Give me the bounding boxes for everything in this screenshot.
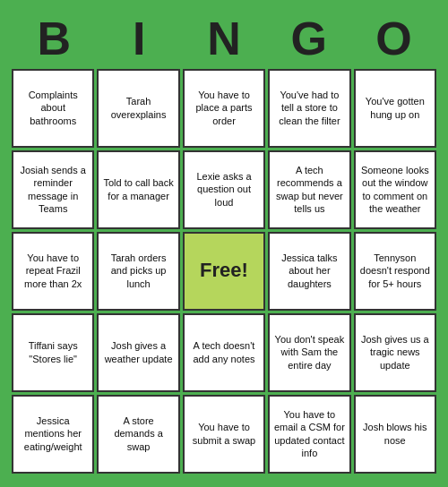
bingo-header: BINGO [12, 13, 436, 64]
bingo-cell-3[interactable]: You've had to tell a store to clean the … [268, 69, 350, 148]
bingo-cell-6[interactable]: Told to call back for a manager [97, 150, 179, 229]
bingo-cell-12[interactable]: Free! [183, 232, 265, 311]
bingo-cell-22[interactable]: You have to submit a swap [183, 395, 265, 474]
bingo-cell-19[interactable]: Josh gives us a tragic news update [354, 313, 436, 392]
bingo-cell-7[interactable]: Lexie asks a question out loud [183, 150, 265, 229]
bingo-letter-g: G [270, 13, 349, 64]
bingo-letter-i: I [99, 13, 178, 64]
bingo-grid: Complaints about bathroomsTarah overexpl… [12, 69, 436, 474]
bingo-card: BINGO Complaints about bathroomsTarah ov… [4, 6, 444, 480]
bingo-cell-5[interactable]: Josiah sends a reminder message in Teams [12, 150, 94, 229]
bingo-cell-2[interactable]: You have to place a parts order [183, 69, 265, 148]
bingo-letter-n: N [185, 13, 263, 64]
bingo-cell-15[interactable]: Tiffani says "Stores lie" [12, 313, 94, 392]
bingo-cell-1[interactable]: Tarah overexplains [97, 69, 179, 148]
bingo-cell-8[interactable]: A tech recommends a swap but never tells… [268, 150, 350, 229]
bingo-letter-o: O [355, 13, 434, 64]
bingo-cell-13[interactable]: Jessica talks about her daughters [268, 232, 350, 311]
bingo-cell-21[interactable]: A store demands a swap [97, 395, 179, 474]
bingo-cell-10[interactable]: You have to repeat Frazil more than 2x [12, 232, 94, 311]
bingo-cell-20[interactable]: Jessica mentions her eating/weight [12, 395, 94, 474]
bingo-cell-11[interactable]: Tarah orders and picks up lunch [97, 232, 179, 311]
bingo-cell-14[interactable]: Tennyson doesn't respond for 5+ hours [354, 232, 436, 311]
bingo-cell-9[interactable]: Someone looks out the window to comment … [354, 150, 436, 229]
bingo-cell-17[interactable]: A tech doesn't add any notes [183, 313, 265, 392]
bingo-letter-b: B [14, 13, 93, 64]
bingo-cell-24[interactable]: Josh blows his nose [354, 395, 436, 474]
bingo-cell-16[interactable]: Josh gives a weather update [97, 313, 179, 392]
bingo-cell-4[interactable]: You've gotten hung up on [354, 69, 436, 148]
bingo-cell-23[interactable]: You have to email a CSM for updated cont… [268, 395, 350, 474]
bingo-cell-18[interactable]: You don't speak with Sam the entire day [268, 313, 350, 392]
bingo-cell-0[interactable]: Complaints about bathrooms [12, 69, 94, 148]
